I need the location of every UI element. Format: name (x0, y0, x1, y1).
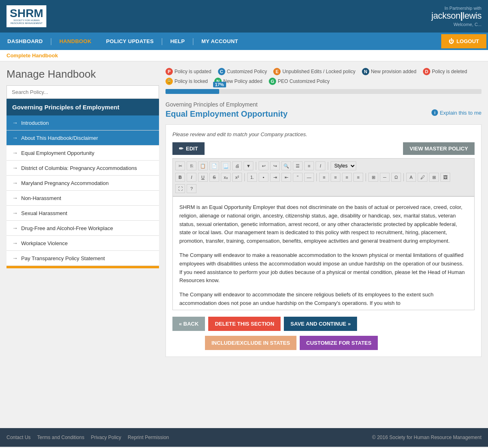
sidebar-item-label: Introduction (21, 120, 49, 126)
footer-reprint[interactable]: Reprint Permission (128, 435, 169, 440)
toolbar-underline[interactable]: U (198, 173, 208, 182)
toolbar-align-justify[interactable]: ≡ (353, 173, 363, 182)
toolbar-fullscreen[interactable]: ⛶ (175, 184, 185, 193)
sidebar-item-pay-transparency[interactable]: → Pay Transparency Policy Statement (7, 251, 159, 266)
toolbar-more[interactable]: ▼ (244, 161, 253, 170)
nav-handbook[interactable]: HANDBOOK (52, 33, 99, 49)
toolbar-copy[interactable]: ⎘ (187, 161, 196, 170)
toolbar-sep-6 (403, 173, 404, 181)
toolbar-ul[interactable]: • (259, 173, 268, 182)
toolbar-cut[interactable]: ✂ (175, 161, 185, 170)
toolbar-italic[interactable]: I (187, 173, 196, 182)
toolbar-paste2[interactable]: 📄 (209, 161, 219, 170)
toolbar-select-all[interactable]: ☰ (293, 161, 303, 170)
toolbar-sep-3 (244, 173, 245, 181)
sidebar-item-sexual-harassment[interactable]: → Sexual Harassment (7, 206, 159, 221)
toolbar-hrule[interactable]: ─ (380, 173, 390, 182)
sidebar-item-eeo[interactable]: → Equal Employment Opportunity (7, 146, 159, 161)
include-exclude-button[interactable]: INCLUDE/EXCLUDE IN STATES (205, 336, 296, 350)
toolbar-superscript[interactable]: x² (232, 173, 242, 182)
delete-button[interactable]: DELETE THIS SECTION (208, 317, 281, 331)
search-input[interactable] (7, 85, 159, 99)
toolbar-table[interactable]: ⊞ (368, 173, 378, 182)
editor-notice: Please review and edit to match your Com… (172, 131, 475, 137)
legend-item-n: N New provision added (362, 68, 416, 75)
toolbar-row-1: ✂ ⎘ 📋 📄 📃 🖨 ▼ ↩ ↪ 🔍 ☰ ≡ I Styl (175, 160, 472, 172)
sidebar-item-non-harassment[interactable]: → Non-Harassment (7, 191, 159, 206)
sidebar-item-about[interactable]: → About This Handbook/Disclaimer (7, 130, 159, 146)
sidebar-orange-bar (7, 266, 159, 268)
nav-my-account[interactable]: MY ACCOUNT (194, 33, 245, 49)
sidebar-item-introduction[interactable]: → Introduction (7, 115, 159, 130)
footer-links: Contact Us Terms and Conditions Privacy … (7, 435, 169, 440)
toolbar-align-right[interactable]: ≡ (342, 173, 352, 182)
edit-button[interactable]: ✏ EDIT (172, 142, 205, 155)
toolbar-omega[interactable]: Ω (391, 173, 401, 182)
back-button[interactable]: « BACK (172, 317, 205, 331)
footer-terms[interactable]: Terms and Conditions (37, 435, 84, 440)
toolbar-strikethrough[interactable]: S (209, 173, 219, 182)
toolbar-font-color[interactable]: A (406, 173, 416, 182)
toolbar-help[interactable]: ? (187, 184, 196, 193)
footer-contact[interactable]: Contact Us (7, 435, 30, 440)
sidebar-item-workplace-violence[interactable]: → Workplace Violence (7, 236, 159, 251)
partner-info: In Partnership with jackson|lewis Welcom… (431, 6, 481, 27)
toolbar-find[interactable]: 🔍 (281, 161, 291, 170)
sidebar-item-drug-free[interactable]: → Drug-Free and Alcohol-Free Workplace (7, 221, 159, 236)
view-master-button[interactable]: VIEW MASTER POLICY (403, 142, 475, 155)
toolbar-bg-color[interactable]: 🖊 (418, 173, 427, 182)
toolbar-undo[interactable]: ↩ (259, 161, 268, 170)
save-continue-button[interactable]: SAVE AND CONTINUE » (284, 317, 357, 331)
customize-states-button[interactable]: CUSTOMIZE FOR STATES (300, 336, 378, 350)
toolbar-ol[interactable]: 1. (247, 173, 257, 182)
toolbar-image[interactable]: 🖼 (440, 173, 450, 182)
sidebar-item-label: Maryland Pregnancy Accommodation (21, 180, 109, 186)
toolbar-italic-toolbar[interactable]: I (316, 161, 325, 170)
breadcrumb[interactable]: Complete Handbook (7, 52, 58, 59)
legend-item-lock: 🔒 Policy is locked (166, 78, 208, 85)
arrow-icon: → (12, 225, 18, 231)
toolbar-outdent[interactable]: ⇤ (281, 173, 291, 182)
toolbar-more2[interactable]: ⊞ (429, 173, 439, 182)
sidebar-item-label: Sexual Harassment (21, 210, 67, 216)
sidebar-item-label: Workplace Violence (21, 240, 68, 246)
sidebar-item-dc-pregnancy[interactable]: → District of Columbia: Pregnancy Accomm… (7, 161, 159, 176)
toolbar-paste[interactable]: 📋 (198, 161, 208, 170)
editor-paragraph-2: The Company will endeavor to make a reas… (179, 251, 468, 285)
legend-label-d: Policy is deleted (432, 69, 467, 74)
nav-items: DASHBOARD | HANDBOOK POLICY UPDATES | HE… (0, 33, 246, 49)
nav-help[interactable]: HELP (163, 33, 192, 49)
sidebar-item-label: Pay Transparency Policy Statement (21, 255, 105, 261)
legend-item-g: G PEO Customized Policy (269, 78, 329, 85)
toolbar-redo[interactable]: ↪ (270, 161, 280, 170)
progress-bar-fill (166, 89, 219, 94)
progress-section: 17% (166, 89, 481, 94)
logout-button[interactable]: ⏻ LOGOUT (441, 34, 486, 48)
toolbar-print[interactable]: 🖨 (232, 161, 242, 170)
sidebar-item-label: About This Handbook/Disclaimer (21, 135, 98, 141)
arrow-icon: → (12, 210, 18, 216)
toolbar-subscript[interactable]: x₂ (221, 173, 231, 182)
legend-label-n2: New Policy added (223, 78, 262, 84)
toolbar-align-center[interactable]: ≡ (331, 173, 340, 182)
toolbar-sep-1 (256, 162, 256, 170)
toolbar-spell[interactable]: ≡ (304, 161, 314, 170)
footer-privacy[interactable]: Privacy Policy (91, 435, 121, 440)
nav-policy-updates[interactable]: POLICY UPDATES (99, 33, 161, 49)
toolbar-divider[interactable]: — (304, 173, 314, 182)
toolbar-indent[interactable]: ⇥ (270, 173, 280, 182)
explain-link[interactable]: i Explain this to me (431, 109, 481, 116)
partner-name: jackson|lewis (431, 11, 481, 21)
main-content: Manage Handbook Governing Principles of … (0, 61, 488, 428)
styles-select[interactable]: Styles (331, 161, 356, 170)
toolbar-paste3[interactable]: 📃 (221, 161, 231, 170)
arrow-icon: → (12, 165, 18, 171)
toolbar-blockquote[interactable]: " (293, 173, 303, 182)
editor-content[interactable]: SHRM is an Equal Opportunity Employer th… (172, 196, 475, 310)
progress-bar-container: 17% (166, 89, 481, 94)
toolbar-bold[interactable]: B (175, 173, 185, 182)
toolbar-align-left[interactable]: ≡ (319, 173, 329, 182)
sidebar-item-md-pregnancy[interactable]: → Maryland Pregnancy Accommodation (7, 176, 159, 191)
logout-label: LOGOUT (456, 38, 479, 44)
nav-dashboard[interactable]: DASHBOARD (0, 33, 50, 49)
